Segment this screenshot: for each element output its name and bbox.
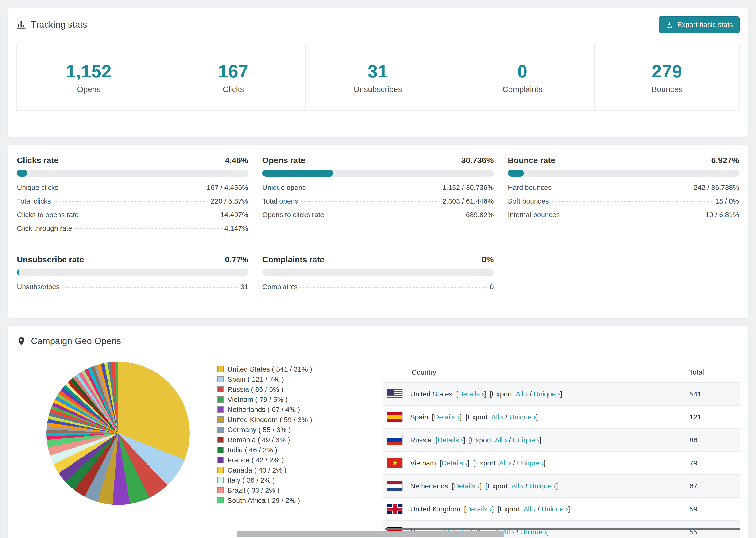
separator: / (523, 482, 529, 490)
details-link-group: [Details ›] (464, 505, 494, 513)
export-all-link[interactable]: All › (512, 482, 523, 490)
dotted-leader (563, 215, 702, 215)
stat-value: 167 (218, 61, 249, 81)
export-all-link[interactable]: All › (499, 459, 511, 467)
geo-table-row: United States [Details ›] [Export: All ›… (383, 383, 739, 405)
legend-swatch (217, 487, 224, 493)
rate-stat-value: 4.147% (225, 224, 248, 232)
export-link-group: [Export: All › / Unique ›] (498, 505, 570, 513)
bounce-rate-progress-fill (508, 170, 524, 177)
details-link[interactable]: Details › (442, 459, 467, 467)
rate-stat-value: 2,303 / 61.446% (442, 197, 494, 205)
legend-swatch (217, 376, 224, 382)
export-link-group: [Export: All › / Unique ›] (490, 390, 562, 398)
rate-stat-label: Total opens (262, 197, 298, 205)
export-prefix: Export: (471, 436, 493, 444)
complaints-rate-value: 0% (482, 255, 494, 264)
tracking-stats-card: Tracking stats Export basic stats 1,152 … (8, 8, 748, 137)
country-flag-icon (387, 389, 403, 399)
export-all-link[interactable]: All › (495, 436, 507, 444)
bracket: [ (473, 459, 475, 467)
bracket: [ (465, 413, 467, 421)
rate-stat-row: Total clicks 220 / 5.87% (17, 197, 248, 205)
legend-swatch (217, 437, 224, 443)
export-unique-link[interactable]: Unique › (541, 505, 568, 513)
bar-chart-icon (17, 20, 26, 29)
stat-box: 0 Complaints (450, 44, 595, 110)
export-all-link[interactable]: All › (515, 390, 528, 398)
stat-summary: 1,152 Opens 167 Clicks 31 Unsubscribes 0… (17, 44, 739, 111)
details-link[interactable]: Details › (458, 390, 484, 398)
country-name: Vietnam (410, 459, 436, 467)
bracket: ] (460, 413, 461, 421)
page-horizontal-scrollbar[interactable] (237, 531, 504, 537)
legend-label: France ( 42 / 2% ) (228, 456, 284, 464)
bracket: ] (480, 482, 482, 490)
dotted-leader (301, 201, 440, 202)
export-all-link[interactable]: All › (523, 505, 536, 513)
rate-stat-label: Unique clicks (17, 184, 58, 191)
export-unique-link[interactable]: Unique › (529, 482, 556, 490)
export-unique-link[interactable]: Unique › (517, 459, 544, 467)
rate-stat-value: 689.82% (466, 211, 494, 219)
clicks-rate-panel: Clicks rate 4.46% Unique clicks 167 / 4.… (17, 156, 248, 238)
clicks-rate-title: Clicks rate (17, 156, 58, 165)
complaints-rate-rows: Complaints 0 (262, 283, 494, 291)
rate-stat-value: 0 (490, 283, 494, 291)
bounce-rate-header: Bounce rate 6.927% (508, 156, 739, 165)
bounce-rate-value: 6.927% (711, 156, 739, 165)
stat-value: 0 (517, 61, 527, 81)
opens-rate-title: Opens rate (262, 156, 305, 165)
unsubscribe-rate-value: 0.77% (225, 255, 248, 264)
rate-stat-row: Complaints 0 (262, 283, 494, 291)
country-name: United States (410, 390, 453, 398)
stat-value: 31 (368, 61, 388, 81)
export-unique-link[interactable]: Unique › (513, 436, 539, 444)
dotted-leader (54, 201, 208, 202)
legend-item: Vietnam ( 79 / 5% ) (217, 394, 324, 404)
bracket: ] (536, 413, 538, 421)
export-all-link[interactable]: All › (491, 413, 504, 421)
details-link[interactable]: Details › (434, 413, 460, 421)
legend-item: South Africa ( 29 / 2% ) (217, 495, 324, 506)
bracket: [ (464, 505, 466, 513)
opens-rate-rows: Unique opens 1,152 / 30.736% Total opens… (262, 184, 494, 219)
unsubscribe-rate-progress-fill (17, 269, 19, 276)
export-unique-link[interactable]: Unique › (534, 390, 560, 398)
legend-swatch (217, 426, 224, 433)
rate-stat-label: Unsubscribes (17, 283, 60, 291)
bracket: ] (544, 459, 545, 467)
export-basic-stats-button[interactable]: Export basic stats (659, 17, 739, 33)
rate-stat-label: Internal bounces (508, 211, 560, 219)
table-horizontal-scrollbar[interactable] (385, 528, 740, 530)
total-column-header: Total (689, 362, 739, 383)
rate-stat-value: 14.497% (220, 211, 248, 219)
rate-stat-label: Total clicks (17, 197, 51, 205)
bracket: ] (556, 482, 558, 490)
legend-label: Romania ( 49 / 3% ) (228, 436, 290, 444)
rate-stat-label: Complaints (262, 283, 297, 291)
export-link-group: [Export: All › / Unique ›] (473, 459, 546, 467)
stat-label: Opens (77, 85, 100, 94)
dotted-leader (308, 188, 440, 188)
details-link-group: [Details ›] (452, 482, 482, 490)
legend-item: Spain ( 121 / 7% ) (217, 374, 324, 384)
export-unique-link[interactable]: Unique › (509, 413, 536, 421)
legend-label: Germany ( 55 / 3% ) (228, 426, 291, 434)
geo-content: United States ( 541 / 31% )Spain ( 121 /… (17, 362, 739, 538)
legend-item: Romania ( 49 / 3% ) (217, 435, 324, 445)
legend-item: United Kingdom ( 59 / 3% ) (217, 414, 324, 425)
details-link[interactable]: Details › (454, 482, 480, 490)
bracket: [ (490, 390, 492, 398)
rate-stat-value: 18 / 0% (715, 197, 739, 205)
stat-label: Clicks (223, 85, 244, 94)
legend-label: Canada ( 40 / 2% ) (228, 466, 287, 474)
bounce-rate-progress (508, 170, 739, 177)
details-link[interactable]: Details › (437, 436, 463, 444)
legend-item: Germany ( 55 / 3% ) (217, 425, 324, 435)
export-prefix: Export: (492, 390, 514, 398)
legend-label: Spain ( 121 / 7% ) (228, 375, 284, 383)
details-link[interactable]: Details › (466, 505, 492, 513)
bracket: ] (568, 505, 570, 513)
unsubscribe-rate-header: Unsubscribe rate 0.77% (17, 255, 248, 264)
